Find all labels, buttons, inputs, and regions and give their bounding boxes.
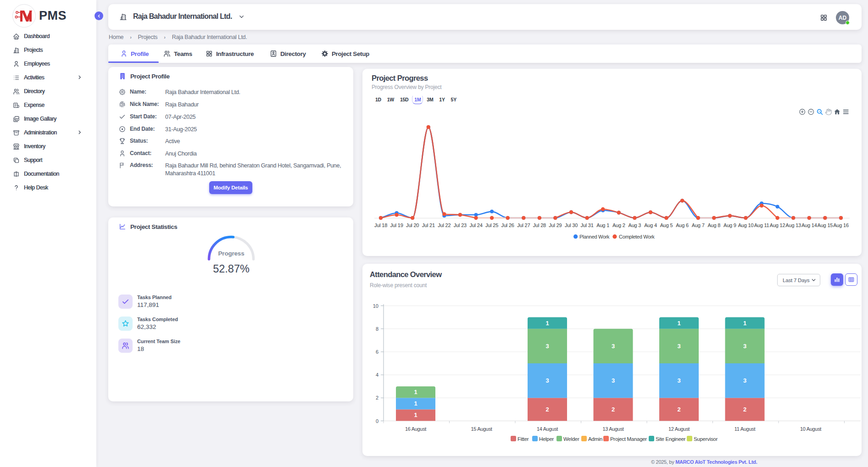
svg-text:3: 3 [545, 377, 549, 384]
svg-text:Helper: Helper [539, 436, 554, 442]
svg-text:10 August: 10 August [800, 426, 821, 432]
svg-text:Aug 16: Aug 16 [833, 222, 849, 228]
svg-text:Aug 14: Aug 14 [801, 222, 817, 228]
svg-text:1: 1 [414, 400, 417, 407]
svg-text:12 August: 12 August [668, 426, 690, 432]
svg-text:Aug 6: Aug 6 [676, 222, 689, 228]
svg-text:Aug 11: Aug 11 [754, 222, 769, 228]
svg-text:Aug 3: Aug 3 [629, 222, 641, 228]
svg-text:1: 1 [677, 320, 680, 327]
svg-text:Aug 12: Aug 12 [770, 222, 785, 228]
svg-text:2: 2 [612, 406, 615, 413]
svg-text:15 August: 15 August [471, 426, 492, 432]
svg-text:2: 2 [376, 395, 378, 400]
svg-text:Aug 15: Aug 15 [818, 222, 833, 228]
svg-text:Jul 23: Jul 23 [454, 222, 467, 228]
svg-text:Jul 30: Jul 30 [565, 222, 578, 228]
svg-text:Welder: Welder [563, 436, 579, 442]
svg-text:Jul 18: Jul 18 [374, 222, 387, 228]
svg-text:Aug 9: Aug 9 [723, 222, 736, 228]
svg-text:Jul 27: Jul 27 [517, 222, 530, 228]
svg-text:Jul 24: Jul 24 [469, 222, 482, 228]
svg-text:3: 3 [612, 377, 615, 384]
svg-text:1: 1 [414, 389, 417, 395]
svg-text:Jul 20: Jul 20 [406, 222, 419, 228]
svg-text:Aug 1: Aug 1 [596, 222, 609, 228]
svg-text:Project Manager: Project Manager [610, 436, 647, 442]
svg-text:11 August: 11 August [734, 426, 756, 432]
svg-text:16 August: 16 August [405, 426, 426, 432]
svg-text:Aug 4: Aug 4 [644, 222, 657, 228]
svg-text:3: 3 [677, 377, 680, 384]
svg-text:Admin: Admin [588, 436, 602, 442]
svg-text:3: 3 [743, 343, 746, 350]
svg-text:1: 1 [545, 320, 549, 327]
svg-text:0: 0 [376, 418, 378, 424]
svg-text:2: 2 [677, 406, 680, 413]
svg-text:2: 2 [743, 406, 746, 413]
svg-text:Jul 31: Jul 31 [581, 222, 594, 228]
svg-text:3: 3 [545, 343, 549, 350]
svg-text:3: 3 [743, 377, 746, 384]
svg-text:Jul 28: Jul 28 [533, 222, 546, 228]
svg-text:1: 1 [414, 411, 417, 418]
svg-text:Aug 13: Aug 13 [785, 222, 801, 228]
svg-text:Jul 26: Jul 26 [501, 222, 514, 228]
svg-text:13 August: 13 August [602, 426, 623, 432]
svg-text:Fitter: Fitter [517, 436, 529, 442]
svg-text:1: 1 [743, 320, 746, 327]
svg-text:3: 3 [612, 343, 615, 350]
svg-text:6: 6 [376, 349, 378, 355]
svg-text:Aug 8: Aug 8 [707, 222, 720, 228]
svg-text:Jul 19: Jul 19 [390, 222, 403, 228]
svg-text:Jul 25: Jul 25 [485, 222, 498, 228]
svg-text:Planned Work: Planned Work [579, 234, 610, 239]
svg-text:4: 4 [376, 372, 378, 378]
svg-text:Supervisor: Supervisor [694, 436, 718, 442]
svg-text:Site Engineer: Site Engineer [656, 436, 686, 442]
svg-text:Aug 5: Aug 5 [660, 222, 673, 228]
svg-text:Aug 2: Aug 2 [612, 222, 625, 228]
svg-text:Completed Work: Completed Work [619, 234, 655, 239]
svg-text:Jul 22: Jul 22 [438, 222, 451, 228]
svg-text:14 August: 14 August [537, 426, 558, 432]
svg-text:3: 3 [677, 343, 680, 350]
svg-text:Aug 7: Aug 7 [692, 222, 705, 228]
svg-text:Jul 21: Jul 21 [422, 222, 435, 228]
svg-text:8: 8 [376, 326, 378, 332]
svg-text:2: 2 [545, 406, 549, 413]
svg-text:Jul 29: Jul 29 [549, 222, 562, 228]
svg-text:Aug 10: Aug 10 [738, 222, 754, 228]
svg-text:10: 10 [373, 303, 378, 309]
